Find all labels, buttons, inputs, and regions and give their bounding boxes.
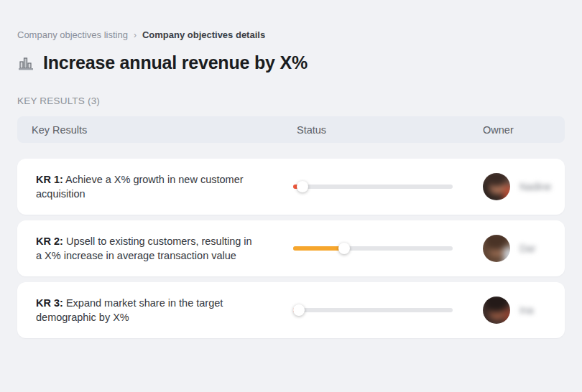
page-title: Increase annual revenue by X% <box>43 52 308 73</box>
table-row-kr3[interactable]: KR 3: Expand market share in the target … <box>17 282 565 338</box>
status-cell <box>287 304 471 316</box>
kr-text: Achieve a X% growth in new customer acqu… <box>36 174 244 200</box>
owner-name: Ina <box>519 304 533 316</box>
progress-track <box>293 185 453 189</box>
bar-chart-icon <box>17 55 34 72</box>
key-results-list: KR 1: Achieve a X% growth in new custome… <box>17 159 565 338</box>
avatar[interactable] <box>483 235 510 262</box>
progress-thumb[interactable] <box>297 181 308 192</box>
owner-cell: Ina <box>471 297 565 324</box>
page: Company objectives listing › Company obj… <box>0 0 582 338</box>
key-results-count-label: KEY RESULTS (3) <box>17 95 565 106</box>
kr-number-label: KR 3: <box>36 297 63 309</box>
progress-slider[interactable] <box>293 304 453 316</box>
column-header-status: Status <box>287 124 471 136</box>
table-row-kr2[interactable]: KR 2: Upsell to existing customers, resu… <box>17 220 565 276</box>
status-cell <box>287 181 471 192</box>
table-row-kr1[interactable]: KR 1: Achieve a X% growth in new custome… <box>17 159 565 215</box>
kr-description: KR 3: Expand market share in the target … <box>17 286 287 335</box>
progress-slider[interactable] <box>293 181 453 192</box>
title-row: Increase annual revenue by X% <box>17 52 565 73</box>
chevron-right-icon: › <box>134 30 137 40</box>
owner-cell: Nadine <box>471 173 565 200</box>
avatar[interactable] <box>483 173 510 200</box>
breadcrumb: Company objectives listing › Company obj… <box>17 0 565 40</box>
kr-text: Upsell to existing customers, resulting … <box>36 235 252 261</box>
status-cell <box>287 243 471 254</box>
kr-number-label: KR 1: <box>36 174 63 185</box>
progress-slider[interactable] <box>293 243 453 254</box>
owner-name: Dar <box>519 243 536 254</box>
breadcrumb-item-listing[interactable]: Company objectives listing <box>17 29 128 40</box>
progress-fill <box>293 246 344 251</box>
table-header: Key Results Status Owner <box>17 116 565 143</box>
owner-cell: Dar <box>471 235 565 262</box>
column-header-key-results: Key Results <box>17 124 287 136</box>
breadcrumb-item-details: Company objectives details <box>142 29 265 40</box>
owner-name: Nadine <box>519 181 551 192</box>
progress-thumb[interactable] <box>293 304 305 316</box>
column-header-owner: Owner <box>471 124 565 136</box>
kr-text: Expand market share in the target demogr… <box>36 297 223 323</box>
kr-description: KR 2: Upsell to existing customers, resu… <box>17 224 287 273</box>
progress-thumb[interactable] <box>338 243 350 254</box>
avatar[interactable] <box>483 297 510 324</box>
progress-track <box>293 308 453 312</box>
kr-description: KR 1: Achieve a X% growth in new custome… <box>17 162 287 211</box>
kr-number-label: KR 2: <box>36 235 63 247</box>
